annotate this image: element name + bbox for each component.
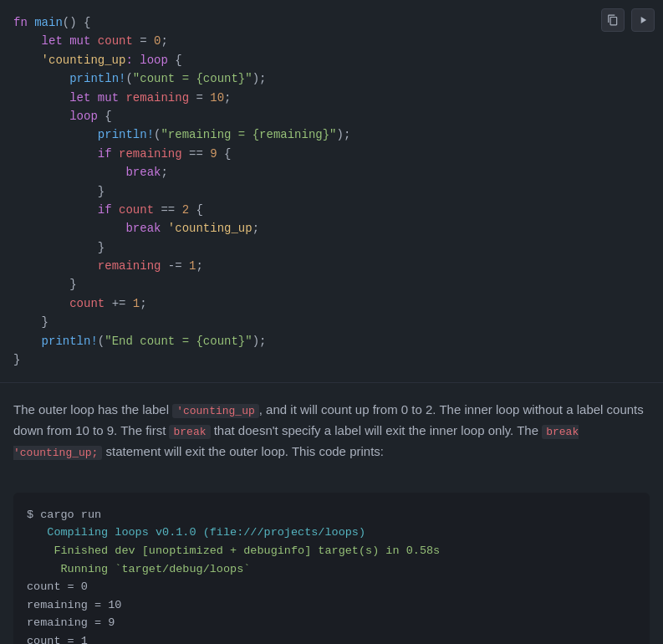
code-toolbar [601,8,655,32]
code-line: } [13,313,650,331]
prose-text-3: that doesn't specify a label will exit t… [211,423,543,437]
code-line: if remaining == 9 { [13,145,650,163]
prose-section: The outer loop has the label 'counting_u… [0,383,663,478]
terminal-compiling: Compiling loops v0.1.0 (file:///projects… [27,524,636,542]
code-line: loop { [13,107,650,125]
prose-code-1: break [169,425,210,439]
terminal-output: $ cargo run Compiling loops v0.1.0 (file… [13,493,650,644]
code-line: println!("count = {count}"); [13,69,650,88]
code-editor: fn main() { let mut count = 0; 'counting… [0,0,663,383]
code-line: let mut remaining = 10; [13,89,650,107]
terminal-finished: Finished dev [unoptimized + debuginfo] t… [27,542,636,560]
code-line: println!("End count = {count}"); [13,332,650,350]
terminal-running: Running `target/debug/loops` [27,560,636,579]
terminal-prompt: $ cargo run [27,506,636,524]
copy-icon [607,14,619,26]
code-line: remaining -= 1; [13,257,650,275]
terminal-output-count0: count = 0 [27,578,636,596]
code-line: } [13,350,650,369]
copy-button[interactable] [601,8,625,32]
code-line: break; [13,163,650,181]
play-icon [637,14,649,26]
code-line: let mut count = 0; [13,32,650,50]
code-line: println!("remaining = {remaining}"); [13,125,650,144]
run-button[interactable] [631,8,655,32]
terminal-output-remaining9a: remaining = 9 [27,614,636,632]
terminal-output-count1: count = 1 [27,632,636,644]
terminal-output-remaining10a: remaining = 10 [27,596,636,615]
code-line: } [13,238,650,257]
code-line: break 'counting_up; [13,219,650,238]
code-content: fn main() { let mut count = 0; 'counting… [13,13,650,369]
code-line: } [13,275,650,294]
code-line: } [13,182,650,201]
code-line: count += 1; [13,294,650,313]
code-line: fn main() { [13,13,650,32]
code-line: 'counting_up: loop { [13,51,650,69]
prose-label-1: 'counting_up [172,404,259,418]
code-line: if count == 2 { [13,201,650,219]
prose-text-1: The outer loop has the label [13,402,172,417]
prose-text-4: statement will exit the outer loop. This… [102,444,384,458]
